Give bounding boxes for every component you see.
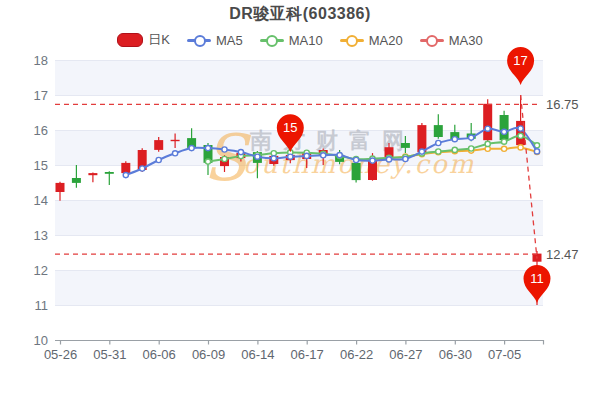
x-axis-label: 07-05 xyxy=(488,347,521,362)
ma10-marker xyxy=(485,141,490,146)
ma5-marker xyxy=(534,149,539,154)
candle-body xyxy=(121,163,130,173)
plot-bands xyxy=(55,60,543,305)
ma10-marker xyxy=(452,147,457,152)
x-axis-label: 05-31 xyxy=(93,347,126,362)
ma5-marker xyxy=(173,151,178,156)
ma10-marker xyxy=(436,149,441,154)
ma5-marker xyxy=(502,129,507,134)
ma5-marker xyxy=(140,166,145,171)
ma10-marker xyxy=(518,133,523,138)
candle-body xyxy=(500,115,509,140)
ma5-marker xyxy=(419,149,424,154)
candle-body xyxy=(88,173,97,175)
ma5-marker xyxy=(452,137,457,142)
y-axis-label: 11 xyxy=(35,298,49,313)
plot-band xyxy=(55,270,543,305)
ma5-marker xyxy=(205,146,210,151)
plot-band xyxy=(55,60,543,95)
y-axis-label: 16 xyxy=(34,123,48,138)
candle-body xyxy=(401,143,410,148)
x-axis-label: 06-06 xyxy=(143,347,176,362)
stock-chart-app: DR骏亚科(603386) 日KMA5MA10MA20MA30 Southmon… xyxy=(0,0,600,400)
markline-label: 12.47 xyxy=(546,247,579,262)
x-axis-label: 06-17 xyxy=(291,347,324,362)
ma5-marker xyxy=(222,147,227,152)
ma20-marker xyxy=(502,146,507,151)
x-axis-label: 05-26 xyxy=(44,347,77,362)
candle-body xyxy=(483,104,492,140)
y-axis-label: 10 xyxy=(34,333,48,348)
candle-body xyxy=(56,183,65,192)
y-axis-label: 18 xyxy=(34,53,48,68)
ma5-marker xyxy=(271,156,276,161)
ma5-marker xyxy=(469,135,474,140)
ma10-marker xyxy=(205,159,210,164)
ma5-marker xyxy=(123,173,128,178)
ma5-marker xyxy=(370,158,375,163)
candle-body xyxy=(154,140,163,150)
pin-label: 17 xyxy=(513,53,527,68)
markline-label: 16.75 xyxy=(546,97,579,112)
ma10-marker xyxy=(469,146,474,151)
plot-band xyxy=(55,200,543,235)
candle-body xyxy=(417,125,426,152)
x-axis-label: 06-30 xyxy=(439,347,472,362)
y-axis-label: 14 xyxy=(34,193,48,208)
ma5-marker xyxy=(386,157,391,162)
candle-body xyxy=(105,172,114,174)
candle-body xyxy=(434,125,443,137)
pin-label: 15 xyxy=(283,120,297,135)
y-axis-label: 15 xyxy=(34,158,48,173)
ma5-marker xyxy=(337,153,342,158)
ma5-marker xyxy=(403,156,408,161)
ma20-marker xyxy=(518,145,523,150)
y-axis-label: 12 xyxy=(34,263,48,278)
x-axis-label: 06-09 xyxy=(192,347,225,362)
ma5-marker xyxy=(518,126,523,131)
ma10-marker xyxy=(502,139,507,144)
ma5-marker xyxy=(156,157,161,162)
ma5-marker xyxy=(354,157,359,162)
candle-body xyxy=(171,140,180,141)
ma5-marker xyxy=(288,154,293,159)
candle-body xyxy=(352,163,361,180)
ma10-marker xyxy=(222,156,227,161)
ma5-marker xyxy=(304,153,309,158)
y-axis-label: 17 xyxy=(34,88,48,103)
candle-body xyxy=(72,178,81,183)
ma5-marker xyxy=(255,154,260,159)
candlestick-chart-svg: Southmoney.com南方财富网 16.7512.47 181716151… xyxy=(0,0,600,400)
x-axis-label: 06-22 xyxy=(340,347,373,362)
pin-label: 11 xyxy=(530,271,544,286)
ma5-marker xyxy=(485,126,490,131)
x-axis-label: 06-27 xyxy=(389,347,422,362)
y-axis-label: 13 xyxy=(34,228,48,243)
ma5-marker xyxy=(436,140,441,145)
ma5-marker xyxy=(321,153,326,158)
ma5-marker xyxy=(238,150,243,155)
x-axis-label: 06-14 xyxy=(241,347,274,362)
ma5-marker xyxy=(189,146,194,151)
